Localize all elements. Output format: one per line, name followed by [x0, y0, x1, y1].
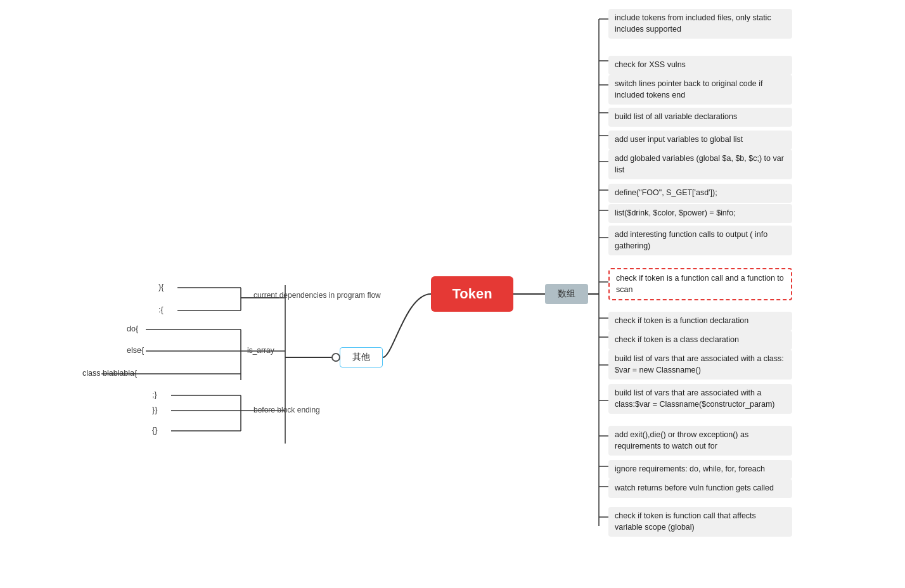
note-14: build list of vars that are associated w…	[608, 384, 792, 414]
note-10: check if token is a function call and a …	[608, 268, 792, 300]
note-4: build list of all variable declarations	[608, 108, 792, 127]
left-label-empty-braces: {}	[152, 426, 157, 435]
note-5: add user input variables to global list	[608, 131, 792, 150]
qita-node: 其他	[340, 347, 383, 368]
note-15: add exit(),die() or throw exception() as…	[608, 426, 792, 456]
left-label-brace1: ){	[158, 283, 164, 291]
note-9: add interesting function calls to output…	[608, 226, 792, 255]
left-label-class: class blablabla{	[82, 369, 137, 378]
token-label: Token	[452, 286, 492, 302]
note-17: watch returns before vuln function gets …	[608, 479, 792, 498]
left-label-colon: :{	[158, 305, 164, 314]
token-node: Token	[431, 276, 513, 312]
left-label-dbl-brace: }}	[152, 406, 157, 414]
note-16: ignore requirements: do, while, for, for…	[608, 460, 792, 479]
note-1: include tokens from included files, only…	[608, 9, 792, 39]
group1-label: current dependencies in program flow	[254, 291, 381, 300]
note-18: check if token is function call that aff…	[608, 507, 792, 537]
isarray-label: is_array	[247, 346, 274, 355]
note-8: list($drink, $color, $power) = $info;	[608, 204, 792, 223]
group3-label: before block ending	[254, 406, 320, 414]
note-7: define("FOO", S_GET['asd']);	[608, 184, 792, 203]
note-13: build list of vars that are associated w…	[608, 350, 792, 380]
shuzu-label: 数组	[558, 288, 575, 300]
note-3: switch lines pointer back to original co…	[608, 75, 792, 105]
note-11: check if token is a function declaration	[608, 312, 792, 331]
qita-label: 其他	[352, 352, 370, 363]
left-label-do: do{	[127, 324, 138, 333]
note-6: add globaled variables (global $a, $b, $…	[608, 150, 792, 179]
note-12: check if token is a class declaration	[608, 331, 792, 350]
note-2: check for XSS vulns	[608, 56, 792, 75]
left-label-semi: ;}	[152, 390, 157, 399]
shuzu-node: 数组	[545, 284, 588, 304]
qita-circle	[331, 353, 340, 362]
left-label-else: else{	[127, 346, 144, 355]
